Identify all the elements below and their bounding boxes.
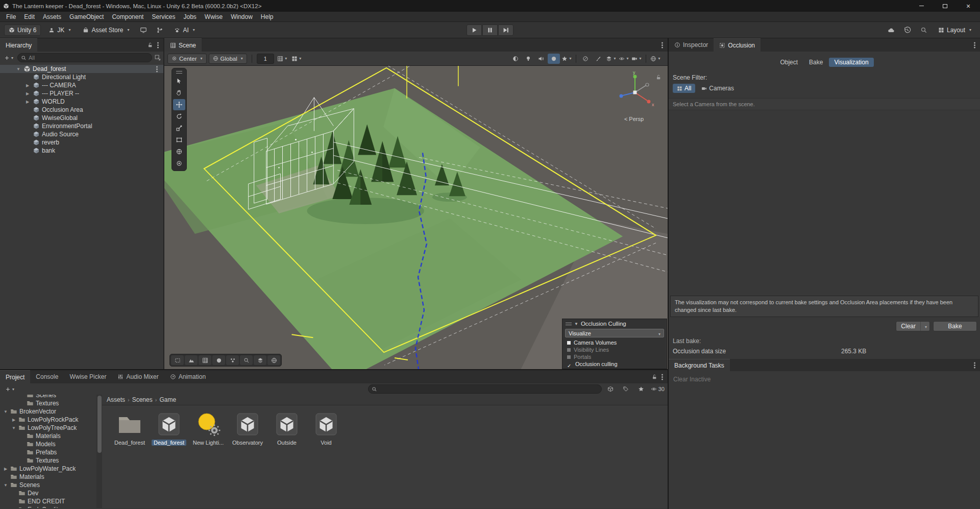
hidden-count-toggle[interactable]: 30 xyxy=(651,386,665,392)
search-by-type-icon[interactable] xyxy=(604,383,617,395)
project-tree-item[interactable]: Textures xyxy=(0,456,102,465)
move-tool-icon[interactable] xyxy=(173,99,185,110)
expand-arrow-icon[interactable]: ▼ xyxy=(15,67,21,71)
hierarchy-item[interactable]: bank xyxy=(0,147,163,155)
project-search-input[interactable] xyxy=(379,386,598,392)
project-tree-item[interactable]: Dev xyxy=(0,489,102,497)
occlusion-option-occlusion-culling[interactable]: Occlusion culling xyxy=(562,360,667,368)
hierarchy-item[interactable]: ▶--- PLAYER -- xyxy=(0,89,163,98)
breadcrumb-scenes[interactable]: Scenes xyxy=(132,396,153,403)
project-tree-item[interactable]: ▶LowPolyRockPack xyxy=(0,416,102,424)
mode-tab-visualization[interactable]: Visualization xyxy=(829,58,873,67)
asset-store-dropdown[interactable]: Asset Store xyxy=(78,25,134,36)
tab-animation[interactable]: Animation xyxy=(164,370,211,383)
occlusion-option-camera-volumes[interactable]: Camera Volumes xyxy=(562,339,667,346)
overlay-drag-handle[interactable] xyxy=(566,323,572,325)
expand-arrow-icon[interactable]: ▶ xyxy=(24,91,31,96)
asset-item[interactable]: Dead_forest xyxy=(150,410,188,446)
project-tree-item[interactable]: ▼BrokenVector xyxy=(0,407,102,416)
search-by-label-icon[interactable] xyxy=(619,383,632,395)
pause-button[interactable] xyxy=(482,25,498,36)
kebab-menu-icon[interactable] xyxy=(658,373,666,381)
tab-inspector[interactable]: Inspector xyxy=(669,38,714,52)
play-button[interactable] xyxy=(467,25,482,36)
globe-tool-icon[interactable] xyxy=(267,355,280,365)
tool-handle-rotation-dropdown[interactable]: Global xyxy=(209,54,247,64)
save-search-icon[interactable] xyxy=(634,383,648,395)
tab-scene[interactable]: Scene xyxy=(164,38,202,52)
expand-arrow-icon[interactable]: ▶ xyxy=(24,100,31,104)
layout-dropdown[interactable]: Layout xyxy=(934,25,976,36)
snap-settings-icon[interactable] xyxy=(290,54,303,64)
lock-icon[interactable] xyxy=(147,42,153,48)
version-control-icon[interactable] xyxy=(153,25,166,36)
scene-audio-icon[interactable] xyxy=(535,54,547,64)
layers-dropdown-icon[interactable] xyxy=(605,54,617,64)
menu-item-window[interactable]: Window xyxy=(227,12,257,21)
scale-tool-icon[interactable] xyxy=(173,123,185,134)
lock-icon[interactable] xyxy=(651,374,657,380)
terrain-tools-icon[interactable] xyxy=(185,355,198,365)
tab-project[interactable]: Project xyxy=(0,370,30,383)
occlusion-option-visibility-lines[interactable]: Visibility Lines xyxy=(562,346,667,353)
zoom-tool-icon[interactable] xyxy=(240,355,253,365)
project-tree-item[interactable]: Materials xyxy=(0,473,102,481)
scene-picker-icon[interactable] xyxy=(154,54,161,61)
clear-dropdown-arrow-icon[interactable] xyxy=(920,322,929,331)
hierarchy-search-input[interactable] xyxy=(29,55,149,61)
menu-item-component[interactable]: Component xyxy=(108,12,148,21)
menu-item-file[interactable]: File xyxy=(2,12,20,21)
hierarchy-item[interactable]: ▶--- CAMERA xyxy=(0,81,163,89)
expand-arrow-icon[interactable]: ▶ xyxy=(3,467,8,471)
filter-all-button[interactable]: All xyxy=(673,84,695,93)
paint-icon[interactable] xyxy=(592,54,604,64)
tree-scrollbar[interactable] xyxy=(96,395,102,508)
visualize-dropdown[interactable]: Visualize xyxy=(565,329,664,337)
rect-tool-icon[interactable] xyxy=(173,134,185,146)
menu-item-wwise[interactable]: Wwise xyxy=(201,12,227,21)
effects-dropdown-icon[interactable] xyxy=(560,54,573,64)
breadcrumb-game[interactable]: Game xyxy=(159,396,176,403)
scene-orientation-gizmo[interactable]: y x < Persp xyxy=(610,69,657,122)
particles-icon[interactable] xyxy=(226,355,239,365)
search-icon[interactable] xyxy=(917,25,930,36)
account-dropdown[interactable]: JK xyxy=(44,25,75,36)
project-tree-item[interactable]: END CREDIT xyxy=(0,497,102,505)
menu-item-services[interactable]: Services xyxy=(148,12,179,21)
expand-arrow-icon[interactable]: ▼ xyxy=(3,483,8,488)
expand-arrow-icon[interactable]: ▼ xyxy=(3,409,8,414)
shading-mode-icon[interactable] xyxy=(509,54,522,64)
project-tree-item[interactable]: ▶LowPolyWater_Pack xyxy=(0,465,102,473)
scene-visibility-icon[interactable] xyxy=(618,54,630,64)
tab-audio-mixer[interactable]: Audio Mixer xyxy=(112,370,164,383)
custom-tool-icon[interactable] xyxy=(173,158,185,169)
kebab-menu-icon[interactable] xyxy=(658,41,666,49)
project-tree-item[interactable]: Textures xyxy=(0,399,102,407)
scrollbar-thumb[interactable] xyxy=(97,396,102,453)
gizmo-lock-icon[interactable] xyxy=(655,74,662,80)
device-simulator-icon[interactable] xyxy=(137,25,150,36)
project-search[interactable] xyxy=(368,384,602,394)
layers-tool-icon[interactable] xyxy=(254,355,266,365)
hierarchy-item[interactable]: EnvironmentPortal xyxy=(0,122,163,130)
kebab-menu-icon[interactable] xyxy=(154,41,161,49)
asset-item[interactable]: New Lighti... xyxy=(189,410,228,446)
menu-item-assets[interactable]: Assets xyxy=(39,12,65,21)
project-tree-item[interactable]: Materials xyxy=(0,432,102,440)
tab-wwise-picker[interactable]: Wwise Picker xyxy=(64,370,112,383)
clear-button[interactable]: Clear xyxy=(896,321,930,331)
occlusion-option-portals[interactable]: Portals xyxy=(562,353,667,360)
project-tree-item[interactable]: Models xyxy=(0,440,102,448)
kebab-menu-icon[interactable] xyxy=(971,41,978,49)
ai-dropdown[interactable]: AI xyxy=(169,25,199,36)
hierarchy-item[interactable]: Directional Light xyxy=(0,73,163,81)
grid-size-field[interactable]: 1 xyxy=(257,54,274,64)
mode-tab-bake[interactable]: Bake xyxy=(804,58,828,67)
perspective-toggle[interactable]: < Persp xyxy=(610,116,657,122)
maximize-button[interactable] xyxy=(933,0,957,12)
scene-viewport[interactable]: y x < Persp ▼ Occlusion Culling xyxy=(164,66,668,369)
kebab-menu-icon[interactable] xyxy=(971,361,978,369)
mode-tab-object[interactable]: Object xyxy=(775,58,803,67)
project-tree-item[interactable]: Prefabs xyxy=(0,448,102,456)
cloud-icon[interactable] xyxy=(885,25,898,36)
